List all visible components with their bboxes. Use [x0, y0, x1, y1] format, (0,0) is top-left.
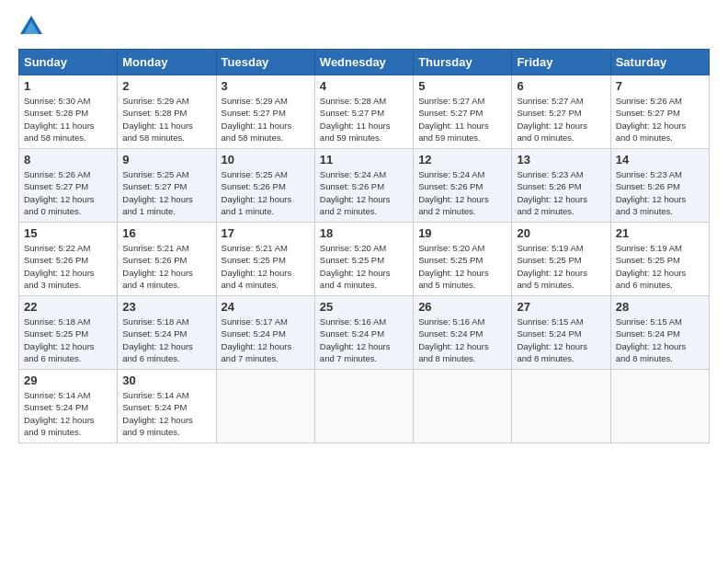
day-info: Sunrise: 5:19 AM Sunset: 5:25 PM Dayligh…: [517, 242, 605, 291]
day-number: 29: [24, 373, 112, 387]
calendar-cell: [216, 370, 314, 443]
day-info: Sunrise: 5:26 AM Sunset: 5:27 PM Dayligh…: [616, 95, 704, 144]
day-info: Sunrise: 5:29 AM Sunset: 5:28 PM Dayligh…: [122, 95, 210, 144]
day-info: Sunrise: 5:21 AM Sunset: 5:25 PM Dayligh…: [222, 242, 310, 291]
calendar-cell: 27Sunrise: 5:15 AM Sunset: 5:24 PM Dayli…: [512, 296, 610, 370]
calendar-cell: 9Sunrise: 5:25 AM Sunset: 5:27 PM Daylig…: [118, 149, 216, 223]
calendar-cell: 24Sunrise: 5:17 AM Sunset: 5:24 PM Dayli…: [216, 296, 314, 370]
day-number: 15: [24, 226, 112, 240]
calendar-cell: 14Sunrise: 5:23 AM Sunset: 5:26 PM Dayli…: [610, 149, 709, 223]
calendar-cell: 6Sunrise: 5:27 AM Sunset: 5:27 PM Daylig…: [512, 75, 610, 149]
calendar-cell: 28Sunrise: 5:15 AM Sunset: 5:24 PM Dayli…: [610, 296, 709, 370]
day-number: 20: [517, 226, 605, 240]
calendar-cell: 19Sunrise: 5:20 AM Sunset: 5:25 PM Dayli…: [414, 223, 512, 296]
day-info: Sunrise: 5:19 AM Sunset: 5:25 PM Dayligh…: [616, 242, 704, 291]
calendar-cell: 22Sunrise: 5:18 AM Sunset: 5:25 PM Dayli…: [19, 296, 118, 370]
day-number: 13: [517, 153, 605, 167]
day-number: 18: [320, 226, 408, 240]
calendar-cell: 18Sunrise: 5:20 AM Sunset: 5:25 PM Dayli…: [314, 223, 413, 296]
calendar-cell: 16Sunrise: 5:21 AM Sunset: 5:26 PM Dayli…: [118, 223, 216, 296]
day-info: Sunrise: 5:26 AM Sunset: 5:27 PM Dayligh…: [24, 168, 112, 217]
day-info: Sunrise: 5:25 AM Sunset: 5:26 PM Dayligh…: [222, 168, 310, 217]
day-number: 23: [122, 300, 210, 314]
calendar-cell: 10Sunrise: 5:25 AM Sunset: 5:26 PM Dayli…: [216, 149, 314, 223]
day-info: Sunrise: 5:27 AM Sunset: 5:27 PM Dayligh…: [418, 95, 506, 144]
day-number: 1: [24, 79, 112, 93]
calendar-cell: 21Sunrise: 5:19 AM Sunset: 5:25 PM Dayli…: [610, 223, 709, 296]
day-info: Sunrise: 5:22 AM Sunset: 5:26 PM Dayligh…: [24, 242, 112, 291]
day-info: Sunrise: 5:16 AM Sunset: 5:24 PM Dayligh…: [320, 316, 408, 364]
day-info: Sunrise: 5:14 AM Sunset: 5:24 PM Dayligh…: [24, 389, 112, 438]
calendar-cell: 4Sunrise: 5:28 AM Sunset: 5:27 PM Daylig…: [314, 75, 413, 149]
day-number: 22: [24, 300, 112, 314]
day-info: Sunrise: 5:18 AM Sunset: 5:25 PM Dayligh…: [24, 316, 112, 364]
calendar-header-tuesday: Tuesday: [216, 50, 314, 75]
calendar-cell: 26Sunrise: 5:16 AM Sunset: 5:24 PM Dayli…: [414, 296, 512, 370]
calendar-header-saturday: Saturday: [610, 50, 709, 75]
day-number: 16: [122, 226, 210, 240]
calendar-cell: 2Sunrise: 5:29 AM Sunset: 5:28 PM Daylig…: [118, 75, 216, 149]
day-number: 10: [222, 153, 310, 167]
day-info: Sunrise: 5:20 AM Sunset: 5:25 PM Dayligh…: [418, 242, 506, 291]
day-info: Sunrise: 5:23 AM Sunset: 5:26 PM Dayligh…: [616, 168, 704, 217]
calendar-header-friday: Friday: [512, 50, 610, 75]
calendar-cell: 30Sunrise: 5:14 AM Sunset: 5:24 PM Dayli…: [118, 370, 216, 443]
calendar-cell: 17Sunrise: 5:21 AM Sunset: 5:25 PM Dayli…: [216, 223, 314, 296]
calendar-cell: 29Sunrise: 5:14 AM Sunset: 5:24 PM Dayli…: [19, 370, 118, 443]
calendar-week-1: 1Sunrise: 5:30 AM Sunset: 5:28 PM Daylig…: [19, 75, 710, 149]
day-number: 26: [418, 300, 506, 314]
day-info: Sunrise: 5:15 AM Sunset: 5:24 PM Dayligh…: [517, 316, 605, 364]
day-number: 12: [418, 153, 506, 167]
logo-icon: [18, 14, 44, 40]
day-info: Sunrise: 5:27 AM Sunset: 5:27 PM Dayligh…: [517, 95, 605, 144]
page: SundayMondayTuesdayWednesdayThursdayFrid…: [0, 0, 728, 563]
day-info: Sunrise: 5:23 AM Sunset: 5:26 PM Dayligh…: [517, 168, 605, 217]
day-info: Sunrise: 5:25 AM Sunset: 5:27 PM Dayligh…: [122, 168, 210, 217]
calendar-header-monday: Monday: [118, 50, 216, 75]
calendar-week-2: 8Sunrise: 5:26 AM Sunset: 5:27 PM Daylig…: [19, 149, 710, 223]
day-number: 9: [122, 153, 210, 167]
day-number: 24: [222, 300, 310, 314]
calendar-header-row: SundayMondayTuesdayWednesdayThursdayFrid…: [19, 50, 710, 75]
day-info: Sunrise: 5:21 AM Sunset: 5:26 PM Dayligh…: [122, 242, 210, 291]
day-number: 4: [320, 79, 408, 93]
calendar-cell: 13Sunrise: 5:23 AM Sunset: 5:26 PM Dayli…: [512, 149, 610, 223]
day-number: 5: [418, 79, 506, 93]
day-number: 14: [616, 153, 704, 167]
day-info: Sunrise: 5:24 AM Sunset: 5:26 PM Dayligh…: [418, 168, 506, 217]
calendar-cell: 23Sunrise: 5:18 AM Sunset: 5:24 PM Dayli…: [118, 296, 216, 370]
day-number: 2: [122, 79, 210, 93]
calendar-cell: 15Sunrise: 5:22 AM Sunset: 5:26 PM Dayli…: [19, 223, 118, 296]
day-number: 7: [616, 79, 704, 93]
logo: [18, 14, 48, 40]
calendar-cell: 8Sunrise: 5:26 AM Sunset: 5:27 PM Daylig…: [19, 149, 118, 223]
day-info: Sunrise: 5:29 AM Sunset: 5:27 PM Dayligh…: [222, 95, 310, 144]
day-info: Sunrise: 5:30 AM Sunset: 5:28 PM Dayligh…: [24, 95, 112, 144]
day-info: Sunrise: 5:17 AM Sunset: 5:24 PM Dayligh…: [222, 316, 310, 364]
day-info: Sunrise: 5:28 AM Sunset: 5:27 PM Dayligh…: [320, 95, 408, 144]
calendar-cell: 20Sunrise: 5:19 AM Sunset: 5:25 PM Dayli…: [512, 223, 610, 296]
calendar-cell: 5Sunrise: 5:27 AM Sunset: 5:27 PM Daylig…: [414, 75, 512, 149]
calendar-cell: 12Sunrise: 5:24 AM Sunset: 5:26 PM Dayli…: [414, 149, 512, 223]
day-number: 19: [418, 226, 506, 240]
day-number: 6: [517, 79, 605, 93]
calendar-week-5: 29Sunrise: 5:14 AM Sunset: 5:24 PM Dayli…: [19, 370, 710, 443]
day-number: 28: [616, 300, 704, 314]
day-info: Sunrise: 5:24 AM Sunset: 5:26 PM Dayligh…: [320, 168, 408, 217]
calendar-week-4: 22Sunrise: 5:18 AM Sunset: 5:25 PM Dayli…: [19, 296, 710, 370]
day-info: Sunrise: 5:16 AM Sunset: 5:24 PM Dayligh…: [418, 316, 506, 364]
calendar-cell: 3Sunrise: 5:29 AM Sunset: 5:27 PM Daylig…: [216, 75, 314, 149]
day-number: 11: [320, 153, 408, 167]
calendar-cell: [314, 370, 413, 443]
day-info: Sunrise: 5:15 AM Sunset: 5:24 PM Dayligh…: [616, 316, 704, 364]
calendar-cell: [512, 370, 610, 443]
calendar-cell: 1Sunrise: 5:30 AM Sunset: 5:28 PM Daylig…: [19, 75, 118, 149]
calendar-cell: 25Sunrise: 5:16 AM Sunset: 5:24 PM Dayli…: [314, 296, 413, 370]
day-number: 25: [320, 300, 408, 314]
calendar-cell: [610, 370, 709, 443]
day-number: 3: [222, 79, 310, 93]
calendar-table: SundayMondayTuesdayWednesdayThursdayFrid…: [18, 49, 710, 443]
calendar-cell: 7Sunrise: 5:26 AM Sunset: 5:27 PM Daylig…: [610, 75, 709, 149]
day-info: Sunrise: 5:20 AM Sunset: 5:25 PM Dayligh…: [320, 242, 408, 291]
calendar-header-thursday: Thursday: [414, 50, 512, 75]
